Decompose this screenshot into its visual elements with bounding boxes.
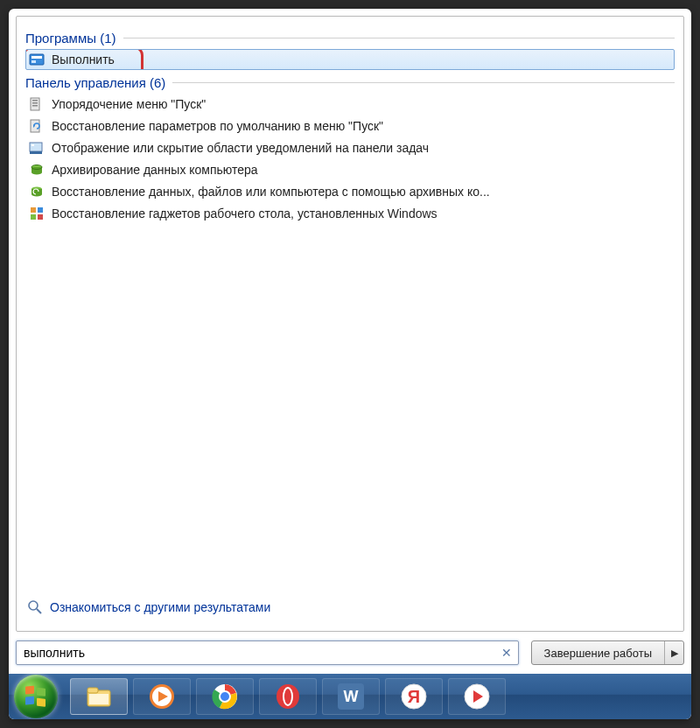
svg-rect-22 <box>37 688 46 696</box>
backup-icon <box>29 162 45 178</box>
taskbar-mediaplayer[interactable] <box>133 678 191 715</box>
section-programs-label: Программы (1) <box>25 31 116 46</box>
see-more-results-label: Ознакомиться с другими результатами <box>50 600 270 614</box>
svg-text:Я: Я <box>408 687 420 706</box>
section-programs-header: Программы (1) <box>25 31 675 46</box>
see-more-results-link[interactable]: Ознакомиться с другими результатами <box>25 594 675 622</box>
svg-rect-16 <box>38 207 43 213</box>
svg-rect-10 <box>30 151 42 154</box>
cp-result-label: Восстановление данных, файлов или компью… <box>52 185 490 199</box>
taskbar-vk[interactable]: W <box>322 678 380 715</box>
taskbar-yandex-browser[interactable] <box>448 678 506 715</box>
svg-rect-15 <box>31 207 36 213</box>
cp-result-label: Восстановление гаджетов рабочего стола, … <box>52 206 438 220</box>
cp-result-item[interactable]: Восстановление данных, файлов или компью… <box>25 181 675 202</box>
program-result-run[interactable]: Выполнить <box>25 49 675 70</box>
taskbar-icon <box>29 140 45 156</box>
search-box[interactable]: ✕ <box>16 640 519 665</box>
shutdown-label: Завершение работы <box>532 641 664 664</box>
svg-line-20 <box>37 609 41 613</box>
svg-rect-23 <box>25 696 34 705</box>
cp-result-item[interactable]: Упорядочение меню "Пуск" <box>25 94 675 115</box>
svg-rect-1 <box>32 56 42 59</box>
svg-rect-2 <box>32 60 36 63</box>
restore-backup-icon <box>29 184 45 200</box>
svg-rect-11 <box>32 144 34 146</box>
divider <box>123 38 675 38</box>
search-input[interactable] <box>24 646 499 660</box>
gadgets-icon <box>29 206 45 221</box>
results-area: Программы (1) Выполнить Панель управлени… <box>25 25 675 594</box>
svg-rect-24 <box>37 698 46 707</box>
program-result-label: Выполнить <box>52 52 115 66</box>
shutdown-menu-arrow[interactable]: ▶ <box>664 641 683 664</box>
start-button[interactable] <box>14 675 58 718</box>
cp-result-item[interactable]: Восстановление гаджетов рабочего стола, … <box>25 203 675 224</box>
taskbar-chrome[interactable] <box>196 678 254 715</box>
bottom-row: ✕ Завершение работы ▶ <box>9 637 691 674</box>
menu-organize-icon <box>29 96 45 112</box>
cp-result-item[interactable]: Восстановление параметров по умолчанию в… <box>25 116 675 136</box>
run-icon <box>29 52 45 67</box>
svg-rect-9 <box>30 143 42 151</box>
search-results-panel: Программы (1) Выполнить Панель управлени… <box>16 16 684 632</box>
taskbar-explorer[interactable] <box>70 678 128 715</box>
svg-rect-21 <box>25 686 34 695</box>
svg-rect-6 <box>32 105 38 107</box>
cp-result-label: Отображение или скрытие области уведомле… <box>52 141 429 155</box>
svg-rect-4 <box>32 100 38 102</box>
cp-result-item[interactable]: Архивирование данных компьютера <box>25 159 675 180</box>
taskbar-opera[interactable] <box>259 678 317 715</box>
taskbar: W Я <box>9 674 691 719</box>
svg-rect-26 <box>88 688 98 693</box>
start-menu-search-window: Программы (1) Выполнить Панель управлени… <box>9 9 691 719</box>
cp-result-label: Упорядочение меню "Пуск" <box>52 97 206 111</box>
menu-restore-icon <box>29 118 45 134</box>
cp-result-label: Восстановление параметров по умолчанию в… <box>52 119 383 133</box>
section-controlpanel-label: Панель управления (6) <box>25 75 165 90</box>
search-icon <box>27 599 43 615</box>
svg-rect-18 <box>38 214 43 220</box>
clear-search-button[interactable]: ✕ <box>499 645 514 661</box>
section-controlpanel-header: Панель управления (6) <box>25 75 675 90</box>
cp-result-item[interactable]: Отображение или скрытие области уведомле… <box>25 137 675 158</box>
svg-point-36 <box>284 689 291 704</box>
shutdown-split-button[interactable]: Завершение работы ▶ <box>531 640 684 665</box>
svg-point-19 <box>29 601 38 610</box>
svg-text:W: W <box>344 688 359 705</box>
svg-rect-0 <box>30 54 44 65</box>
taskbar-yandex[interactable]: Я <box>385 678 443 715</box>
svg-rect-5 <box>32 102 38 104</box>
svg-rect-27 <box>89 694 108 704</box>
cp-result-label: Архивирование данных компьютера <box>52 163 258 177</box>
svg-rect-17 <box>31 214 36 220</box>
divider <box>172 82 675 83</box>
